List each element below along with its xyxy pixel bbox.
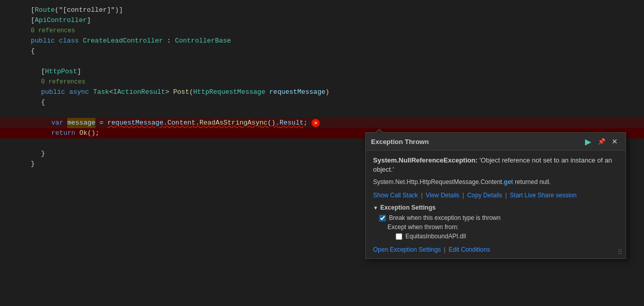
code-line-comment-1: 0 references	[0, 26, 644, 36]
exception-settings: ▼ Exception Settings Break when this exc…	[373, 204, 618, 240]
live-share-link[interactable]: Start Live Share session	[510, 192, 577, 199]
continue-button[interactable]: ▶	[582, 136, 594, 147]
popup-links: Show Call Stack | View Details | Copy De…	[373, 192, 618, 199]
close-button[interactable]: ✕	[609, 136, 620, 147]
code-line-error: var message = requestMessage .Content. R…	[0, 118, 644, 128]
except-label: Except when thrown from:	[373, 223, 618, 231]
triangle-icon: ▼	[373, 205, 378, 211]
copy-details-link[interactable]: Copy Details	[467, 192, 502, 199]
code-line-brace-1: {	[0, 46, 644, 56]
exception-detail: System.Net.Http.HttpRequestMessage.Conte…	[373, 177, 618, 187]
error-indicator: ✕	[311, 119, 320, 127]
code-line-1: [Route("[controller]")]	[0, 5, 644, 15]
popup-arrow-inner	[376, 130, 383, 133]
exception-title: System.NullReferenceException: 'Object r…	[373, 156, 618, 174]
code-line-4: [HttpPost]	[0, 67, 644, 77]
resize-handle[interactable]: ⠿	[617, 248, 622, 256]
edit-conditions-link[interactable]: Edit Conditions	[448, 246, 490, 253]
exception-popup: Exception Thrown ▶ 📌 ✕ System.NullRefere…	[365, 132, 626, 259]
open-exception-settings-link[interactable]: Open Exception Settings	[373, 246, 441, 253]
settings-header[interactable]: ▼ Exception Settings	[373, 204, 618, 211]
dll-label[interactable]: EquitasInboundAPI.dll	[405, 233, 466, 240]
view-details-link[interactable]: View Details	[426, 192, 460, 199]
dll-checkbox-row: EquitasInboundAPI.dll	[373, 233, 618, 240]
break-label[interactable]: Break when this exception type is thrown	[389, 214, 500, 221]
dll-checkbox[interactable]	[396, 233, 402, 240]
detail-post: returned null.	[513, 178, 551, 186]
exception-type: System.NullReferenceException:	[373, 156, 478, 164]
break-checkbox[interactable]	[379, 215, 386, 221]
show-call-stack-link[interactable]: Show Call Stack	[373, 192, 418, 199]
settings-header-label: Exception Settings	[380, 204, 436, 211]
pin-button[interactable]: 📌	[596, 136, 607, 147]
popup-header: Exception Thrown ▶ 📌 ✕	[366, 133, 626, 151]
detail-get: get	[504, 178, 513, 186]
code-line-comment-2: 0 references	[0, 77, 644, 87]
detail-pre: System.Net.Http.HttpRequestMessage.Conte…	[373, 178, 504, 186]
popup-footer-links: Open Exception Settings | Edit Condition…	[373, 244, 618, 253]
code-line-empty-1	[0, 56, 644, 67]
popup-body: System.NullReferenceException: 'Object r…	[366, 151, 626, 258]
code-line-5: public async Task < IActionResult > Post…	[0, 87, 644, 97]
code-line-3: public class CreateLeadController : Cont…	[0, 36, 644, 46]
break-checkbox-row: Break when this exception type is thrown	[373, 214, 618, 221]
code-line-2: [ApiController]	[0, 15, 644, 26]
code-editor: [Route("[controller]")] [ApiController] …	[0, 0, 644, 306]
code-line-empty-2	[0, 108, 644, 118]
popup-actions: ▶ 📌 ✕	[582, 136, 620, 147]
popup-title: Exception Thrown	[371, 138, 429, 146]
code-line-brace-2: {	[0, 97, 644, 108]
